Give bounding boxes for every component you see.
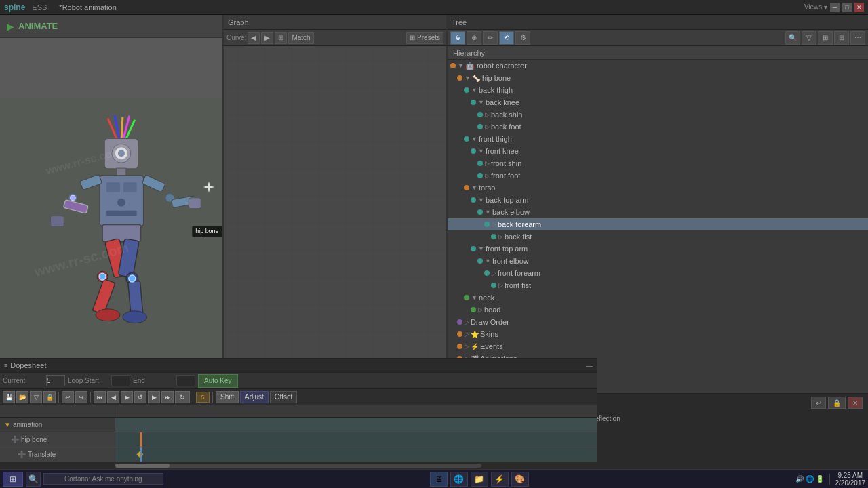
save-btn[interactable]: 💾 bbox=[3, 391, 15, 403]
tree-item[interactable]: ▷ front forearm bbox=[448, 267, 868, 279]
skip-start-btn[interactable]: ⏮ bbox=[94, 391, 106, 403]
cortana-label: Cortana: Ask me anything bbox=[43, 473, 163, 485]
tree-tool-7[interactable]: ▽ bbox=[802, 31, 816, 45]
tree-tool-4[interactable]: ⟲ bbox=[499, 31, 514, 45]
start-btn[interactable]: ⊞ bbox=[3, 472, 23, 487]
tree-label: Tree bbox=[452, 18, 467, 26]
scrollbar-thumb[interactable] bbox=[115, 464, 170, 468]
maximize-btn[interactable]: □ bbox=[842, 3, 852, 12]
taskbar-app-2[interactable]: 🌐 bbox=[450, 472, 468, 487]
end-input[interactable] bbox=[176, 375, 195, 386]
tree-tool-9[interactable]: ⊟ bbox=[834, 31, 849, 45]
tree-item-back-forearm[interactable]: ▷ back forearm bbox=[448, 218, 868, 230]
graph-btn1[interactable]: ◀ bbox=[248, 32, 260, 44]
tree-tool-6[interactable]: 🔍 bbox=[785, 31, 800, 45]
tree-item[interactable]: ▷ ⚡ Events bbox=[448, 340, 868, 352]
minimize-btn[interactable]: ─ bbox=[830, 3, 840, 12]
tree-item[interactable]: ▷ Draw Order bbox=[448, 316, 868, 328]
playhead-indicator: 5 bbox=[196, 392, 210, 403]
taskbar-app-3[interactable]: 📁 bbox=[471, 472, 488, 487]
tree-item-label: back shin bbox=[491, 110, 522, 119]
tree-item[interactable]: ▷ head bbox=[448, 304, 868, 316]
tree-item[interactable]: ▷ back foot bbox=[448, 121, 868, 133]
adjust-btn[interactable]: Adjust bbox=[240, 391, 269, 403]
tree-item[interactable]: ▷ back shin bbox=[448, 108, 868, 121]
tree-item[interactable]: ▼ front thigh bbox=[448, 133, 868, 145]
skip-end-btn[interactable]: ⏭ bbox=[161, 391, 174, 403]
match-btn[interactable]: Match bbox=[288, 32, 313, 44]
cursor bbox=[203, 182, 214, 192]
tree-item[interactable]: ▼ torso bbox=[448, 182, 868, 194]
loop-start-input[interactable] bbox=[111, 375, 130, 386]
dopesheet-header: ≡ Dopesheet — bbox=[0, 358, 597, 373]
graph-btn3[interactable]: ⊞ bbox=[275, 32, 287, 44]
views-menu[interactable]: Views ▾ bbox=[804, 3, 827, 11]
tree-item-label: front shin bbox=[491, 159, 521, 167]
play-btn[interactable]: ▶ bbox=[121, 391, 133, 403]
tree-item-label: back thigh bbox=[479, 86, 513, 94]
tree-tool-10[interactable]: ⋯ bbox=[850, 31, 865, 45]
app-logo: spine bbox=[4, 3, 25, 12]
timeline-tracks[interactable]: ▼ animation ➕ hip bone bbox=[0, 418, 597, 462]
taskbar-app-4[interactable]: ⚡ bbox=[491, 472, 509, 487]
loop-toggle-btn[interactable]: ↻ bbox=[175, 391, 190, 403]
bone-info-btn1[interactable]: ↩ bbox=[811, 396, 826, 409]
tree-item-label: back top arm bbox=[486, 196, 529, 204]
tree-item[interactable]: ▷ front fist bbox=[448, 279, 868, 291]
close-btn[interactable]: ✕ bbox=[854, 3, 864, 12]
next-frame-btn[interactable]: ▶ bbox=[148, 391, 160, 403]
tree-item[interactable]: ▼ 🦴 hip bone bbox=[448, 72, 868, 84]
track-playhead bbox=[140, 432, 142, 447]
tree-item[interactable]: ▼ back elbow bbox=[448, 206, 868, 218]
tree-item[interactable]: ▼ front elbow bbox=[448, 255, 868, 267]
taskbar-app-1[interactable]: 🖥 bbox=[430, 472, 448, 487]
tree-tool-3[interactable]: ✏ bbox=[483, 31, 498, 45]
tree-item[interactable]: ▷ ⭐ Skins bbox=[448, 328, 868, 340]
undo-btn[interactable]: ↩ bbox=[62, 391, 74, 403]
tree-item-label: back fist bbox=[505, 232, 532, 241]
prev-frame-btn[interactable]: ◀ bbox=[107, 391, 119, 403]
tree-content[interactable]: ▼ 🤖 robot character ▼ 🦴 hip bone ▼ back … bbox=[448, 60, 868, 393]
offset-btn[interactable]: Offset bbox=[270, 391, 298, 403]
tree-item-label: torso bbox=[479, 184, 495, 192]
tree-item-label: Skins bbox=[480, 330, 498, 338]
tree-tool-1[interactable]: 🖱 bbox=[450, 31, 465, 45]
tree-item[interactable]: ▼ back top arm bbox=[448, 194, 868, 206]
search-btn[interactable]: 🔍 bbox=[26, 472, 41, 487]
animation-track-label: ▼ animation bbox=[0, 418, 115, 432]
bone-info-btn2[interactable]: 🔒 bbox=[828, 396, 846, 409]
graph-btn2[interactable]: ▶ bbox=[261, 32, 273, 44]
curve-label: Curve: bbox=[226, 34, 246, 41]
tree-tool-8[interactable]: ⊞ bbox=[818, 31, 833, 45]
tree-item[interactable]: ▷ front shin bbox=[448, 157, 868, 169]
tree-item[interactable]: ▷ back fist bbox=[448, 230, 868, 243]
lock-btn[interactable]: 🔒 bbox=[43, 391, 56, 403]
tree-toolbar: 🖱 ⊕ ✏ ⟲ ⚙ 🔍 ▽ ⊞ ⊟ ⋯ bbox=[448, 30, 868, 46]
svg-text:hip bone: hip bone bbox=[195, 228, 218, 235]
tree-item[interactable]: ▼ back thigh bbox=[448, 84, 868, 96]
graph-header: Graph bbox=[224, 15, 446, 30]
tree-item[interactable]: ▼ front top arm bbox=[448, 243, 868, 255]
taskbar-app-5[interactable]: 🎨 bbox=[511, 472, 529, 487]
tree-item[interactable]: ▼ neck bbox=[448, 291, 868, 304]
svg-rect-22 bbox=[51, 216, 64, 227]
tree-item[interactable]: ▼ 🤖 robot character bbox=[448, 60, 868, 72]
tree-item[interactable]: ▼ back knee bbox=[448, 96, 868, 108]
play-loop-btn[interactable]: ↺ bbox=[134, 391, 146, 403]
current-input[interactable] bbox=[46, 375, 65, 386]
dopesheet-max-btn[interactable]: — bbox=[586, 362, 593, 369]
load-btn[interactable]: 📂 bbox=[16, 391, 28, 403]
presets-btn[interactable]: ⊞ Presets bbox=[406, 32, 443, 44]
filter-btn[interactable]: ▽ bbox=[30, 391, 42, 403]
tree-item[interactable]: ▷ front foot bbox=[448, 169, 868, 182]
tree-item-label: Events bbox=[480, 342, 503, 350]
shift-btn[interactable]: Shift bbox=[216, 391, 239, 403]
bone-info-close[interactable]: ✕ bbox=[848, 396, 863, 409]
tree-item[interactable]: ▼ front knee bbox=[448, 145, 868, 157]
redo-btn[interactable]: ↪ bbox=[75, 391, 87, 403]
tree-tool-5[interactable]: ⚙ bbox=[515, 31, 530, 45]
autokey-btn[interactable]: Auto Key bbox=[198, 374, 238, 388]
tree-tool-2[interactable]: ⊕ bbox=[467, 31, 481, 45]
tree-item-label: front thigh bbox=[479, 135, 512, 143]
loop-start-label: Loop Start bbox=[68, 377, 108, 384]
